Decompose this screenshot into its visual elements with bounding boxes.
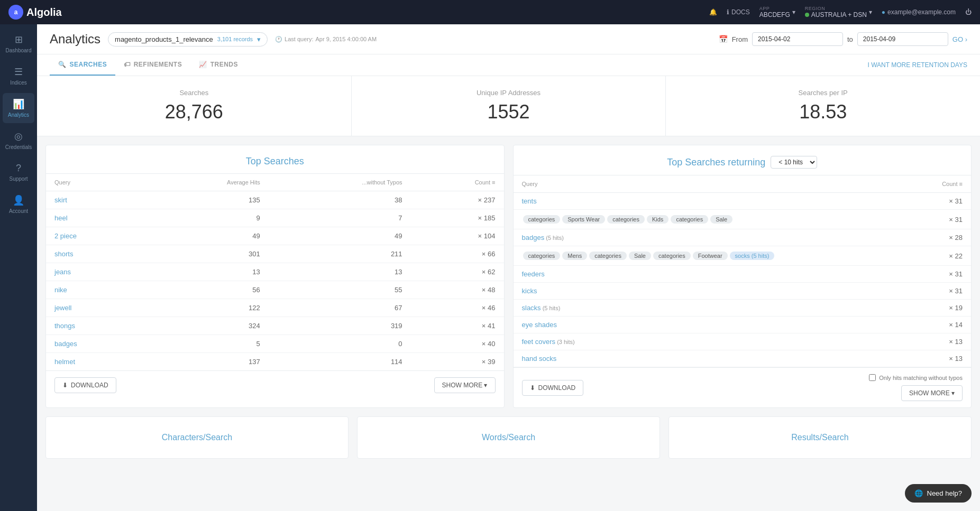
help-button[interactable]: 🌐 Need help?: [905, 484, 972, 503]
query-link[interactable]: helmet: [54, 358, 75, 366]
col-without-typos: ...without Typos: [269, 174, 411, 191]
title-area: Analytics magento_products_1_relevance 3…: [50, 32, 377, 47]
query-link[interactable]: skirt: [54, 196, 67, 204]
col-count: Count ≡: [411, 174, 504, 191]
logo-text: Algolia: [26, 6, 62, 18]
table-row: nike 56 55 × 48: [46, 281, 504, 299]
top-navbar: a Algolia 🔔 ℹ DOCS APP ABCDEFG ▾ REGION …: [0, 0, 980, 24]
query-link[interactable]: slacks: [522, 304, 541, 312]
notification-button[interactable]: 🔔: [709, 8, 717, 16]
sidebar-item-account[interactable]: 👤 Account: [3, 189, 34, 219]
query-link[interactable]: tents: [522, 197, 537, 205]
date-to-input[interactable]: [857, 32, 948, 46]
query-link[interactable]: eye shades: [522, 321, 557, 329]
avg-hits-cell: 137: [144, 353, 268, 371]
query-link[interactable]: nike: [54, 286, 67, 294]
query-link[interactable]: badges: [522, 234, 545, 241]
query-link[interactable]: jewell: [54, 304, 72, 312]
dashboard-icon: ⊞: [15, 34, 23, 45]
avg-hits-cell: 135: [144, 191, 268, 209]
query-link[interactable]: thongs: [54, 322, 75, 330]
col-query-right: Query: [514, 175, 915, 193]
query-link[interactable]: hand socks: [522, 355, 557, 363]
tab-refinements[interactable]: 🏷 REFINEMENTS: [115, 54, 190, 76]
tag: categories: [523, 252, 561, 260]
tag: Footwear: [693, 252, 728, 260]
table-row: categoriesMenscategoriesSalecategoriesFo…: [514, 246, 972, 266]
region-selector[interactable]: REGION AUSTRALIA + DSN ▾: [805, 6, 872, 18]
show-more-returning-button[interactable]: SHOW MORE ▾: [901, 385, 963, 401]
hint-text: (5 hits): [541, 305, 561, 311]
app-selector[interactable]: APP ABCDEFG ▾: [759, 6, 795, 18]
sidebar-item-support[interactable]: ? Support: [3, 157, 34, 187]
query-link[interactable]: feet covers: [522, 338, 556, 346]
last-query: 🕐 Last query: Apr 9, 2015 4:00:00 AM: [275, 36, 377, 43]
go-button[interactable]: GO ›: [952, 35, 967, 43]
tab-searches[interactable]: 🔍 SEARCHES: [50, 54, 115, 76]
retention-link[interactable]: I WANT MORE RETENTION DAYS: [868, 61, 967, 69]
page-header: Analytics magento_products_1_relevance 3…: [37, 24, 980, 54]
account-icon: 👤: [13, 194, 24, 206]
tab-trends[interactable]: 📈 TRENDS: [190, 54, 246, 76]
sidebar-item-credentials[interactable]: ◎ Credentials: [3, 125, 34, 155]
indices-icon: ☰: [14, 66, 23, 78]
without-typos-cell: 67: [269, 299, 411, 317]
sidebar-item-label: Analytics: [8, 112, 29, 118]
count-cell: × 40: [411, 335, 504, 353]
index-selector[interactable]: magento_products_1_relevance 3,101 recor…: [108, 32, 268, 47]
query-cell: badges (5 hits): [514, 229, 915, 246]
count-cell: × 237: [411, 191, 504, 209]
table-row: skirt 135 38 × 237: [46, 191, 504, 209]
power-button[interactable]: ⏻: [965, 8, 972, 16]
results-per-search-card: Results/Search: [668, 416, 972, 459]
support-icon: ?: [16, 163, 21, 174]
top-searches-returning-table: Query Count ≡ tents × 31 categoriesSport…: [514, 175, 972, 367]
query-cell: categoriesMenscategoriesSalecategoriesFo…: [514, 246, 915, 266]
sidebar-item-indices[interactable]: ☰ Indices: [3, 61, 34, 91]
words-per-search-card: Words/Search: [357, 416, 660, 459]
col-query: Query: [46, 174, 144, 191]
tag: categories: [589, 252, 627, 260]
query-link[interactable]: jeans: [54, 268, 71, 276]
tag: Kids: [647, 215, 668, 224]
sidebar-item-dashboard[interactable]: ⊞ Dashboard: [3, 29, 34, 59]
query-link[interactable]: feeders: [522, 270, 545, 278]
hits-filter-selector[interactable]: < 10 hits: [771, 156, 817, 169]
avg-hits-cell: 9: [144, 209, 268, 227]
top-searches-footer: ⬇ DOWNLOAD SHOW MORE ▾: [46, 370, 504, 399]
table-row: heel 9 7 × 185: [46, 209, 504, 227]
table-row: tents × 31: [514, 193, 972, 210]
user-account[interactable]: ● example@example.com: [882, 8, 956, 16]
avg-hits-cell: 49: [144, 227, 268, 245]
download-button[interactable]: ⬇ DOWNLOAD: [54, 377, 116, 393]
query-link[interactable]: badges: [54, 340, 77, 348]
docs-link[interactable]: ℹ DOCS: [727, 8, 750, 16]
without-typos-cell: 7: [269, 209, 411, 227]
typos-checkbox[interactable]: [869, 374, 876, 381]
query-link[interactable]: shorts: [54, 250, 73, 258]
without-typos-cell: 55: [269, 281, 411, 299]
show-more-button[interactable]: SHOW MORE ▾: [434, 377, 496, 393]
clock-icon: 🕐: [275, 36, 282, 43]
chevron-down-icon: ▾: [792, 8, 795, 16]
count-cell: × 19: [915, 300, 971, 317]
download-returning-button[interactable]: ⬇ DOWNLOAD: [522, 380, 584, 396]
table-row: 2 piece 49 49 × 104: [46, 227, 504, 245]
stat-unique-ip: Unique IP Addresses 1552: [352, 76, 666, 136]
analytics-icon: 📊: [13, 98, 24, 110]
query-link[interactable]: kicks: [522, 287, 537, 295]
count-cell: × 31: [915, 266, 971, 283]
chevron-down-icon: ▾: [869, 8, 872, 16]
query-link[interactable]: heel: [54, 214, 68, 222]
download-icon: ⬇: [62, 382, 68, 389]
topnav-actions: 🔔 ℹ DOCS APP ABCDEFG ▾ REGION AUSTRALIA …: [709, 6, 972, 18]
query-link[interactable]: 2 piece: [54, 232, 77, 240]
without-typos-cell: 38: [269, 191, 411, 209]
sidebar-item-label: Credentials: [5, 144, 32, 150]
avg-hits-cell: 13: [144, 263, 268, 281]
top-searches-returning-panel: Top Searches returning < 10 hits Query C…: [513, 145, 972, 408]
tab-list: 🔍 SEARCHES 🏷 REFINEMENTS 📈 TRENDS: [50, 54, 246, 76]
stat-searches: Searches 28,766: [37, 76, 352, 136]
date-from-input[interactable]: [752, 32, 843, 46]
sidebar-item-analytics[interactable]: 📊 Analytics: [3, 93, 34, 123]
